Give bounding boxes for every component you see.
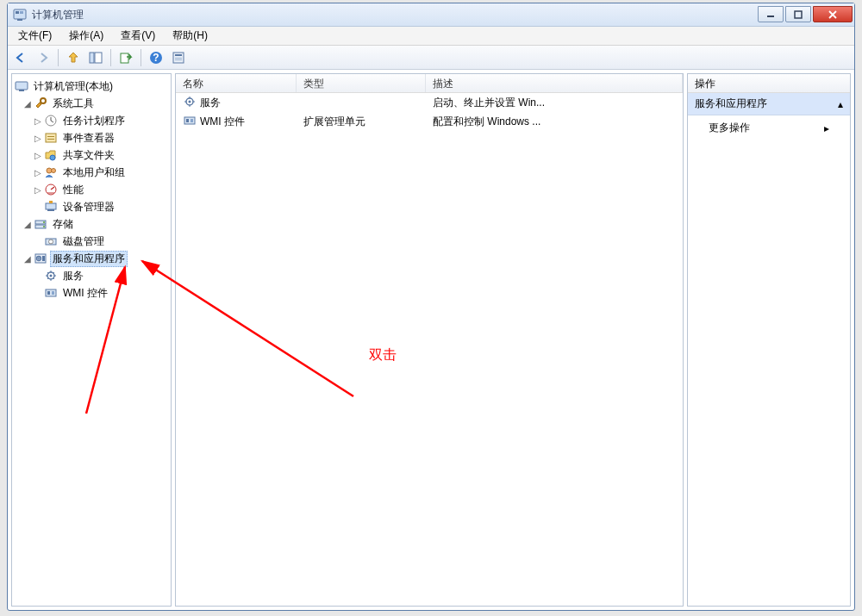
svg-rect-13 bbox=[175, 58, 182, 59]
svg-rect-26 bbox=[46, 203, 56, 209]
actions-section-label: 服务和应用程序 bbox=[695, 96, 767, 111]
gear-icon bbox=[44, 269, 58, 283]
tree-label: 任务计划程序 bbox=[60, 114, 128, 128]
up-button[interactable] bbox=[63, 47, 84, 68]
list-item[interactable]: WMI 控件 扩展管理单元 配置和控制 Windows ... bbox=[176, 112, 683, 131]
app-icon bbox=[13, 8, 27, 22]
tree-label: 本地用户和组 bbox=[60, 165, 128, 180]
svg-rect-40 bbox=[46, 289, 56, 296]
tree-shared-folders[interactable]: ▷ 共享文件夹 bbox=[14, 146, 169, 164]
tree-label: 磁盘管理 bbox=[60, 234, 107, 249]
menu-view[interactable]: 查看(V) bbox=[114, 27, 162, 45]
tree-label: 服务和应用程序 bbox=[50, 251, 128, 267]
svg-point-22 bbox=[50, 155, 55, 160]
chevron-right-icon: ▸ bbox=[824, 122, 829, 134]
export-button[interactable] bbox=[116, 47, 136, 68]
tree-event-viewer[interactable]: ▷ 事件查看器 bbox=[14, 129, 169, 146]
tree-wmi[interactable]: WMI 控件 bbox=[14, 284, 169, 302]
minimize-button[interactable] bbox=[758, 6, 784, 22]
clock-icon bbox=[44, 114, 58, 128]
svg-point-31 bbox=[43, 221, 45, 223]
actions-section[interactable]: 服务和应用程序 ▴ bbox=[688, 93, 850, 115]
svg-rect-45 bbox=[184, 117, 195, 124]
device-icon bbox=[44, 200, 58, 214]
shared-folder-icon bbox=[44, 148, 58, 162]
disk-icon bbox=[44, 234, 58, 248]
tree-performance[interactable]: ▷ 性能 bbox=[14, 181, 169, 198]
list-header: 名称 类型 描述 bbox=[176, 74, 683, 93]
navigation-tree[interactable]: 计算机管理(本地) ◢ 系统工具 ▷ 任务计划程序 ▷ 事件查看器 bbox=[12, 74, 171, 606]
col-name[interactable]: 名称 bbox=[176, 74, 297, 92]
maximize-button[interactable] bbox=[785, 6, 811, 22]
tree-label: 事件查看器 bbox=[60, 131, 117, 146]
list-cell: 扩展管理单元 bbox=[297, 115, 426, 129]
tools-icon bbox=[34, 96, 47, 110]
wmi-icon bbox=[183, 114, 197, 130]
svg-rect-41 bbox=[47, 291, 50, 295]
list-body[interactable]: 服务 启动、终止并设置 Win... WMI 控件 扩展管理单元 配置和控制 W… bbox=[176, 93, 683, 606]
event-icon bbox=[44, 131, 58, 145]
svg-rect-47 bbox=[191, 119, 193, 122]
toolbar-separator bbox=[141, 49, 141, 66]
performance-icon bbox=[44, 183, 58, 196]
toolbar: ? bbox=[8, 46, 854, 70]
collapse-icon: ▴ bbox=[838, 98, 843, 110]
tree-local-users[interactable]: ▷ 本地用户和组 bbox=[14, 164, 169, 181]
svg-rect-42 bbox=[52, 291, 54, 295]
list-cell: 启动、终止并设置 Win... bbox=[426, 96, 683, 110]
action-more[interactable]: 更多操作 ▸ bbox=[688, 115, 850, 140]
tree-services[interactable]: 服务 bbox=[14, 267, 169, 284]
menu-help[interactable]: 帮助(H) bbox=[166, 27, 215, 45]
computer-icon bbox=[15, 79, 28, 93]
forward-button[interactable] bbox=[33, 47, 53, 68]
tree-root[interactable]: 计算机管理(本地) bbox=[14, 78, 169, 95]
main-window: 计算机管理 文件(F) 操作(A) 查看(V) 帮助(H) ? 计算机管理(本地 bbox=[7, 3, 855, 611]
menubar: 文件(F) 操作(A) 查看(V) 帮助(H) bbox=[8, 27, 854, 46]
showhide-tree-button[interactable] bbox=[85, 47, 106, 68]
toolbar-separator bbox=[58, 49, 59, 66]
svg-text:?: ? bbox=[153, 52, 159, 64]
toolbar-separator bbox=[110, 49, 111, 66]
storage-icon bbox=[34, 217, 47, 231]
svg-rect-5 bbox=[795, 11, 802, 18]
svg-rect-14 bbox=[175, 59, 182, 60]
menu-action[interactable]: 操作(A) bbox=[62, 27, 110, 45]
tree-storage[interactable]: ◢ 存储 bbox=[14, 215, 169, 233]
menu-file[interactable]: 文件(F) bbox=[11, 27, 59, 45]
list-cell: 服务 bbox=[200, 96, 221, 110]
back-button[interactable] bbox=[10, 47, 31, 68]
properties-button[interactable] bbox=[168, 47, 189, 68]
svg-rect-1 bbox=[16, 11, 19, 14]
svg-rect-7 bbox=[95, 53, 102, 63]
col-type[interactable]: 类型 bbox=[297, 74, 426, 92]
svg-point-39 bbox=[50, 275, 53, 277]
svg-rect-27 bbox=[47, 209, 54, 211]
svg-rect-16 bbox=[19, 90, 24, 91]
list-cell: WMI 控件 bbox=[200, 115, 245, 129]
tree-services-apps[interactable]: ◢ 服务和应用程序 bbox=[14, 250, 169, 267]
svg-rect-15 bbox=[16, 82, 28, 90]
svg-rect-37 bbox=[42, 256, 45, 261]
help-button[interactable]: ? bbox=[146, 47, 166, 68]
content-body: 计算机管理(本地) ◢ 系统工具 ▷ 任务计划程序 ▷ 事件查看器 bbox=[8, 70, 854, 610]
tree-label: 服务 bbox=[60, 269, 86, 283]
tree-label: 设备管理器 bbox=[60, 200, 117, 215]
titlebar[interactable]: 计算机管理 bbox=[8, 3, 854, 27]
svg-rect-4 bbox=[767, 16, 774, 17]
list-item[interactable]: 服务 启动、终止并设置 Win... bbox=[176, 93, 683, 112]
tree-disk-mgmt[interactable]: 磁盘管理 bbox=[14, 233, 169, 250]
svg-rect-3 bbox=[17, 19, 22, 21]
col-desc[interactable]: 描述 bbox=[426, 74, 683, 92]
window-title: 计算机管理 bbox=[32, 8, 756, 22]
svg-point-44 bbox=[189, 100, 191, 103]
actions-pane: 操作 服务和应用程序 ▴ 更多操作 ▸ bbox=[687, 73, 851, 607]
window-controls bbox=[756, 6, 853, 22]
tree-task-scheduler[interactable]: ▷ 任务计划程序 bbox=[14, 112, 169, 129]
svg-point-32 bbox=[43, 226, 45, 227]
svg-rect-21 bbox=[47, 139, 54, 140]
services-apps-icon bbox=[34, 252, 47, 265]
tree-device-manager[interactable]: 设备管理器 bbox=[14, 198, 169, 215]
close-button[interactable] bbox=[813, 6, 853, 22]
tree-system-tools[interactable]: ◢ 系统工具 bbox=[14, 95, 169, 112]
svg-rect-20 bbox=[47, 136, 54, 137]
